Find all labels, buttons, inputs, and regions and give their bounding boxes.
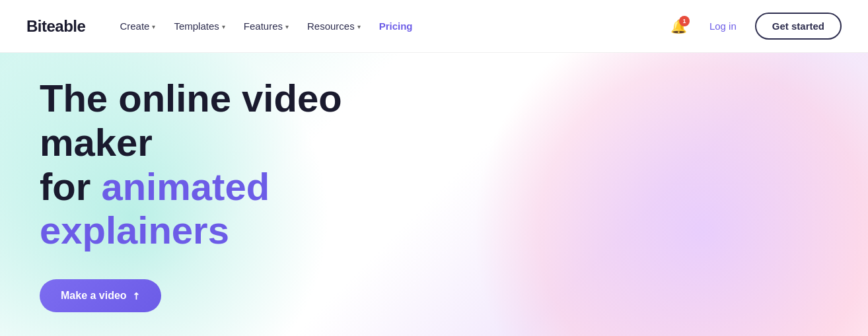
pricing-label: Pricing <box>379 20 413 32</box>
templates-chevron-icon: ▾ <box>222 23 225 30</box>
resources-chevron-icon: ▾ <box>357 23 361 30</box>
logo[interactable]: Biteable <box>26 17 85 36</box>
nav-item-resources[interactable]: Resources ▾ <box>299 15 369 37</box>
hero-title-line1: The online video maker <box>40 77 342 164</box>
hero-content: The online video maker for animated expl… <box>0 77 462 312</box>
login-button[interactable]: Log in <box>702 15 744 37</box>
navbar: Biteable Create ▾ Templates ▾ Features ▾… <box>0 0 868 53</box>
features-label: Features <box>244 20 283 32</box>
get-started-button[interactable]: Get started <box>755 13 842 40</box>
hero-title: The online video maker for animated expl… <box>40 77 423 253</box>
resources-label: Resources <box>307 20 355 32</box>
notification-button[interactable]: 🔔 1 <box>667 15 691 38</box>
nav-item-pricing[interactable]: Pricing <box>371 15 421 37</box>
features-chevron-icon: ▾ <box>285 23 289 30</box>
templates-label: Templates <box>174 20 219 32</box>
make-video-label: Make a video <box>61 290 127 302</box>
nav-right: 🔔 1 Log in Get started <box>667 13 842 40</box>
nav-item-templates[interactable]: Templates ▾ <box>166 15 233 37</box>
nav-item-create[interactable]: Create ▾ <box>112 15 163 37</box>
hero-title-line2-prefix: for <box>40 165 101 208</box>
create-chevron-icon: ▾ <box>152 23 155 30</box>
make-video-button[interactable]: Make a video ↗ <box>40 279 161 312</box>
hero-section: The online video maker for animated expl… <box>0 53 868 336</box>
arrow-icon: ↗ <box>129 289 143 302</box>
nav-links: Create ▾ Templates ▾ Features ▾ Resource… <box>112 15 667 37</box>
notification-badge: 1 <box>679 16 690 26</box>
nav-item-features[interactable]: Features ▾ <box>236 15 297 37</box>
create-label: Create <box>120 20 149 32</box>
